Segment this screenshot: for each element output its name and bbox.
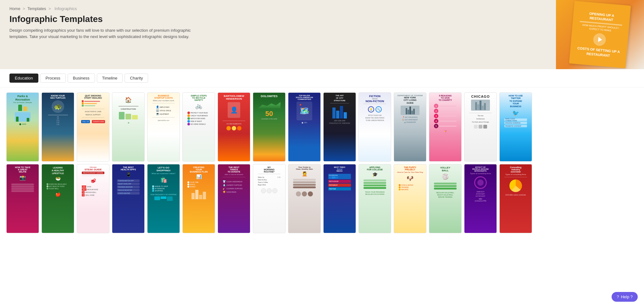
gallery-row-1: Parks &Recreation For an Active Lifestyl… (6, 92, 638, 162)
template-puppy[interactable]: THE PUPPYPROJECT How to Care for Your Ne… (394, 164, 426, 233)
filter-business[interactable]: Business (68, 74, 95, 83)
template-chicago[interactable]: CHICAGO The Arts Architecture Fun facts … (464, 92, 497, 162)
template-selfie[interactable]: HOW TO TAKEA GREATSELFIE 📸 (6, 164, 39, 233)
template-south-america[interactable]: TOP MAJORSOUTH AMERICANCOMMODITIES 🗺️ ⬤ … (288, 92, 321, 162)
filter-charity[interactable]: Charity (125, 74, 148, 83)
template-consulting[interactable]: Consultingindustryoverview/ Types of con… (499, 164, 532, 233)
breadcrumb: Home > Templates > Infographics (9, 6, 635, 11)
gallery-row-2: HOW TO TAKEA GREATSELFIE 📸 LEADINGA HEAL… (6, 164, 638, 233)
page-title: Infographic Templates (9, 14, 635, 24)
breadcrumb-templates[interactable]: Templates (27, 6, 46, 11)
template-best-things[interactable]: THE BESTTHINGSTO DONATE after a natural … (218, 164, 250, 233)
breadcrumb-sep1: > (23, 6, 25, 11)
template-twitter[interactable]: HOW TO USETWITTERTO EXPANDYOURBUSINESS 🐦… (499, 92, 532, 162)
filter-education[interactable]: Education (9, 74, 38, 83)
template-volleyball[interactable]: VOLLEYBALL 🏐 REGULAR VOLLEYBALL BEACH VO… (429, 164, 462, 233)
template-morning-routine[interactable]: MYMORNINGROUTINE* Wake Up5:30 Ride the B… (253, 164, 286, 233)
breadcrumb-sep2: > (48, 6, 51, 11)
template-steak-guide[interactable]: Ultimate STEAK GUIDE RESTAURANT GRADE 🥩 … (77, 164, 109, 233)
template-healthy-lifestyle[interactable]: LEADINGA HEALTHYLIFESTYLE 🥗 EXERCISE REG… (42, 164, 74, 233)
breadcrumb-home[interactable]: Home (9, 6, 20, 11)
template-sea-turtles[interactable]: KNOW YOURSEA TURTLES 🐢 20 24 2-3 1-9 1-9 (42, 92, 74, 162)
banner: Home > Templates > Infographics Infograp… (0, 0, 644, 69)
template-best-apps[interactable]: THE BESTHEALTH APPS 📱 THERMOMETER APP HE… (112, 164, 145, 233)
template-quit-smoking[interactable]: QUIT SMOKINGSTART HEALING AVOID TRAFFIC … (77, 92, 109, 162)
template-art-city[interactable]: THE ARTOF CITYSTRUCTURE 1924 1939 1945 P… (323, 92, 356, 162)
template-guide-skin[interactable]: Your Guide toClear, Healthy Skin 💆 (288, 164, 321, 233)
breadcrumb-current: Infographics (54, 6, 77, 11)
template-shopping[interactable]: LET'S GOSHOPPING! What are customers' ha… (147, 164, 180, 233)
filter-process[interactable]: Process (40, 74, 66, 83)
filter-timeline[interactable]: Timeline (97, 74, 123, 83)
template-introverts[interactable]: EFFECT OFPEOPLE AROUNDINTROVERTS Types o… (464, 164, 497, 233)
banner-image: OPENING UP A RESTAURANT HOW MUCH PROFIT … (556, 0, 644, 69)
template-new-york[interactable]: DEPARTMENT OF TOURISM NEW YORKCITY LIVIN… (394, 92, 426, 162)
template-bartholomew[interactable]: BARTHOLOMEWHENDERSON 👤 ACHIEVEMENTS (218, 92, 250, 162)
gallery: Parks &Recreation For an Active Lifestyl… (0, 87, 644, 241)
template-parks-recreation[interactable]: Parks &Recreation For an Active Lifestyl… (6, 92, 39, 162)
template-business-startup[interactable]: BUSINESSSTARTUP COSTS Make your numbers … (147, 92, 180, 162)
template-house[interactable]: 🏠 CONSTRUCTION ♻ (112, 92, 145, 162)
filter-bar: Education Process Business Timeline Char… (0, 69, 644, 87)
template-charity[interactable]: 5 REASONSTO GIVETO CHARITY 1 2 3 4 5 💝 (429, 92, 462, 162)
template-fiction[interactable]: FICTION versus NON-FICTION 💡 🔍 PITCH YOU… (358, 92, 391, 162)
template-business-plan[interactable]: CREATINGYOURBUSINESS PLAN 📊 YOUR TIME SP… (182, 164, 215, 233)
template-dolomites[interactable]: DOLOMITES 50 mountains in the world (253, 92, 286, 162)
template-best-times-social[interactable]: BEST TIMESSocialMEDIA FACEBOOK INSTAGRAM (323, 164, 356, 233)
template-college[interactable]: APPLYINGFOR COLLEGE 🎓 TRACK YOUR PROGRES… (358, 164, 391, 233)
template-bicycle-safety[interactable]: SIMPLE STEPSTO BICYCLESAFETY 🚲 PROTECT Y… (182, 92, 215, 162)
page-description: Design compelling infographics your fans… (9, 27, 198, 40)
